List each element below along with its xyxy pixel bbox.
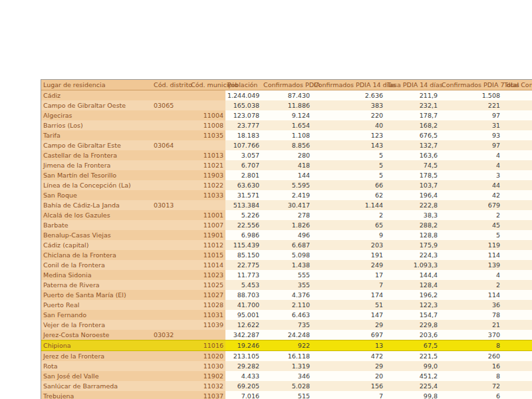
table-row[interactable]: Castellar de la Frontera110133.057280516… — [41, 150, 532, 160]
table-row[interactable]: Jerez de la Frontera11020213.10516.11847… — [41, 351, 532, 362]
rate-pdia-14d-value: 196,4 — [385, 190, 440, 200]
column-header-confirmados_pdia[interactable]: Confirmados PDIA — [261, 80, 312, 90]
residence-name: Barrios (Los) — [41, 120, 152, 130]
confirmed-pdia-7d-value: 3 — [440, 170, 502, 180]
column-header-distrito[interactable]: Cód. distrito — [152, 80, 189, 90]
column-header-poblacion[interactable]: Población — [225, 80, 261, 90]
confirmed-pdia-7d-value: 21 — [440, 320, 502, 330]
table-row[interactable]: Paterna de Rivera110255.4533557128,42 — [41, 280, 532, 290]
column-header-tasa_pdia_14d[interactable]: Tasa PDIA 14 días — [385, 80, 440, 90]
confirmed-pdia-14d-value: 156 — [312, 381, 385, 391]
table-row[interactable]: San Fernando1103195.0016.463147154,778 — [41, 310, 532, 320]
rate-pdia-14d-value: 122,3 — [385, 300, 440, 310]
confirmed-pdia-value: 6.463 — [261, 310, 312, 320]
total-confirmed-value — [502, 290, 532, 300]
rate-pdia-14d-value: 676,5 — [385, 130, 440, 140]
municipality-code: 11022 — [189, 180, 225, 190]
table-row[interactable]: Trebujena110377.016515799,86 — [41, 391, 532, 399]
municipality-code: 11032 — [189, 381, 225, 391]
population-value: 7.016 — [225, 391, 261, 399]
municipality-code: 11039 — [189, 320, 225, 330]
confirmed-pdia-7d-value: 679 — [440, 200, 502, 210]
table-row[interactable]: Jimena de la Frontera110216.707418574,54 — [41, 160, 532, 170]
district-code — [152, 260, 189, 270]
table-row[interactable]: Vejer de la Frontera1103912.62273529229,… — [41, 320, 532, 330]
table-row[interactable]: Barrios (Los)1100823.7771.65440168,231 — [41, 120, 532, 130]
municipality-code: 11013 — [189, 150, 225, 160]
total-confirmed-value — [502, 150, 532, 160]
table-row[interactable]: San Roque1103331.5712.41962196,442 — [41, 190, 532, 200]
confirmed-pdia-7d-value: 16 — [440, 361, 502, 371]
district-code — [152, 250, 189, 260]
table-row-selected[interactable]: Chipiona1101619.2469221367,58 — [41, 340, 532, 351]
table-row[interactable]: Barbate1100722.5561.82665288,245 — [41, 220, 532, 230]
district-code — [152, 300, 189, 310]
table-row[interactable]: Algeciras11004123.0789.124220178,797 — [41, 110, 532, 120]
table-row[interactable]: San José del Valle119024.43334620451,28 — [41, 371, 532, 381]
table-row[interactable]: Cádiz (capital)11012115.4396.687203175,9… — [41, 240, 532, 250]
district-code — [152, 290, 189, 300]
confirmed-pdia-value: 496 — [261, 230, 312, 240]
population-value: 1.244.049 — [225, 90, 261, 101]
total-confirmed-value — [502, 130, 532, 140]
population-value: 5.453 — [225, 280, 261, 290]
confirmed-pdia-7d-value: 221 — [440, 100, 502, 110]
confirmed-pdia-14d-value: 13 — [312, 340, 385, 351]
confirmed-pdia-value: 515 — [261, 391, 312, 399]
rate-pdia-14d-value: 224,3 — [385, 250, 440, 260]
total-confirmed-value — [502, 210, 532, 220]
total-confirmed-value — [502, 250, 532, 260]
total-confirmed-value — [502, 100, 532, 110]
population-value: 513.384 — [225, 200, 261, 210]
table-row[interactable]: San Martín del Tesorillo119032.801144517… — [41, 170, 532, 180]
table-row[interactable]: Tarifa1103518.1831.108123676,593 — [41, 130, 532, 140]
confirmed-pdia-14d-value: 2.636 — [312, 90, 385, 101]
confirmed-pdia-7d-value: 8 — [440, 340, 502, 351]
confirmed-pdia-14d-value: 62 — [312, 190, 385, 200]
table-row[interactable]: Conil de la Frontera1101422.7751.4382491… — [41, 260, 532, 270]
table-row[interactable]: Bahía de Cádiz-La Janda03013513.38430.41… — [41, 200, 532, 210]
population-value: 41.700 — [225, 300, 261, 310]
confirmed-pdia-value: 346 — [261, 371, 312, 381]
table-row[interactable]: Medina Sidonia1102311.77355517144,44 — [41, 270, 532, 280]
district-code — [152, 170, 189, 180]
municipality-code: 11037 — [189, 391, 225, 399]
total-confirmed-value — [502, 330, 532, 340]
residence-name: Cádiz (capital) — [41, 240, 152, 250]
column-header-name[interactable]: Lugar de residencia — [41, 80, 152, 90]
table-row[interactable]: Puerto de Santa María (El)1102788.7034.3… — [41, 290, 532, 300]
population-value: 6.707 — [225, 160, 261, 170]
confirmed-pdia-7d-value: 260 — [440, 351, 502, 362]
table-row[interactable]: Jerez-Costa Noroeste03032342.28724.24869… — [41, 330, 532, 340]
rate-pdia-14d-value: 128,8 — [385, 230, 440, 240]
table-row[interactable]: Campo de Gibraltar Oeste03065165.03811.8… — [41, 100, 532, 110]
table-row[interactable]: Rota1103029.2821.3192999,016 — [41, 361, 532, 371]
column-header-confirmados_pdia_14d[interactable]: Confirmados PDIA 14 días — [312, 80, 385, 90]
confirmed-pdia-7d-value: 370 — [440, 330, 502, 340]
rate-pdia-14d-value: 168,2 — [385, 120, 440, 130]
confirmed-pdia-7d-value: 6 — [440, 391, 502, 399]
district-code — [152, 391, 189, 399]
table-row[interactable]: Campo de Gibraltar Este03064107.7668.856… — [41, 140, 532, 150]
district-code — [152, 90, 189, 101]
table-row[interactable]: Benalup-Casas Viejas119016.9864969128,85 — [41, 230, 532, 240]
column-header-total_confirmados[interactable]: Total Confi — [502, 80, 532, 90]
municipality-code: 11901 — [189, 230, 225, 240]
table-row[interactable]: Cádiz1.244.04987.4302.636211,91.508 — [41, 90, 532, 101]
table-row[interactable]: Línea de la Concepción (La)1102263.6305.… — [41, 180, 532, 190]
table-row[interactable]: Chiclana de la Frontera1101585.1505.0981… — [41, 250, 532, 260]
municipality-code: 11015 — [189, 250, 225, 260]
population-value: 115.439 — [225, 240, 261, 250]
column-header-municipio[interactable]: Cód. municipio — [189, 80, 225, 90]
table-row[interactable]: Sanlúcar de Barrameda1103269.2055.028156… — [41, 381, 532, 391]
rate-pdia-14d-value: 175,9 — [385, 240, 440, 250]
table-row[interactable]: Alcalá de los Gazules110015.226278238,32 — [41, 210, 532, 220]
municipality-code: 11027 — [189, 290, 225, 300]
column-header-confirmados_pdia_7d[interactable]: Confirmados PDIA 7 días — [440, 80, 502, 90]
residence-name: Campo de Gibraltar Oeste — [41, 100, 152, 110]
confirmed-pdia-7d-value: 4 — [440, 160, 502, 170]
population-value: 123.078 — [225, 110, 261, 120]
population-value: 107.766 — [225, 140, 261, 150]
table-row[interactable]: Puerto Real1102841.7002.11051122,336 — [41, 300, 532, 310]
district-code — [152, 270, 189, 280]
